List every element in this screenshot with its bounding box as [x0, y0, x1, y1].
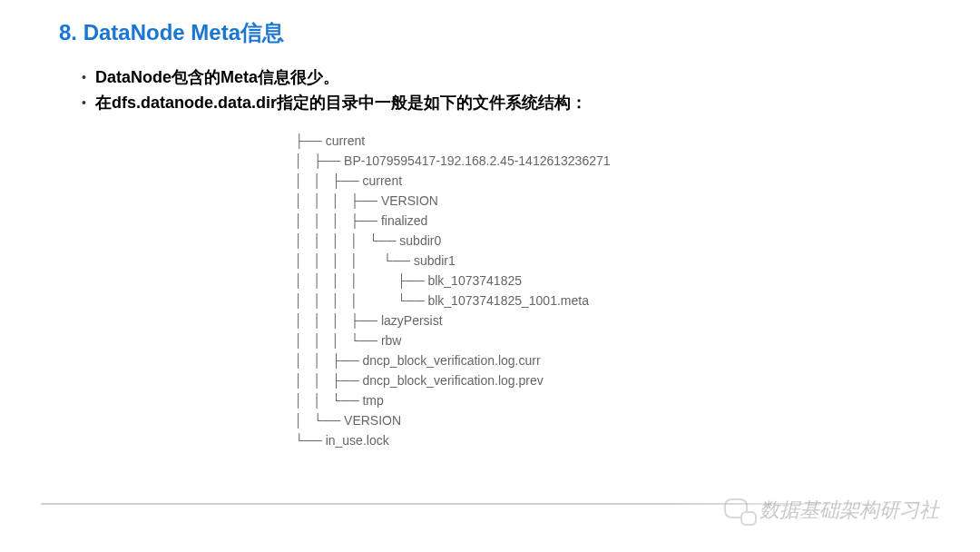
- tree-line: │ │ │ │ ├── blk_1073741825: [295, 271, 980, 291]
- slide-container: 8. DataNode Meta信息 • DataNode包含的Meta信息很少…: [0, 0, 980, 552]
- bullet-text: 在dfs.datanode.data.dir指定的目录中一般是如下的文件系统结构…: [95, 91, 587, 114]
- tree-line: │ │ │ ├── VERSION: [295, 191, 980, 211]
- tree-line: │ │ ├── dncp_block_verification.log.prev: [295, 370, 980, 390]
- bullet-text: DataNode包含的Meta信息很少。: [95, 65, 339, 89]
- tree-line: │ └── VERSION: [295, 410, 980, 430]
- bullet-item: • 在dfs.datanode.data.dir指定的目录中一般是如下的文件系统…: [82, 91, 980, 114]
- bullet-marker: •: [82, 91, 86, 114]
- tree-line: │ ├── BP-1079595417-192.168.2.45-1412613…: [295, 151, 980, 171]
- watermark-text: 数据基础架构研习社: [760, 497, 939, 524]
- tree-line: └── in_use.lock: [295, 430, 980, 450]
- bullet-item: • DataNode包含的Meta信息很少。: [82, 65, 980, 89]
- file-tree: ├── current │ ├── BP-1079595417-192.168.…: [295, 131, 980, 450]
- tree-line: ├── current: [295, 131, 980, 151]
- tree-line: │ │ │ ├── finalized: [295, 211, 980, 231]
- tree-line: │ │ │ │ └── subdir0: [295, 231, 980, 251]
- tree-line: │ │ │ ├── lazyPersist: [295, 310, 980, 330]
- tree-line: │ │ │ │ └── blk_1073741825_1001.meta: [295, 291, 980, 310]
- tree-line: │ │ └── tmp: [295, 390, 980, 410]
- chat-bubble-icon: [721, 494, 754, 527]
- slide-title: 8. DataNode Meta信息: [59, 18, 980, 47]
- tree-line: │ │ │ │ └── subdir1: [295, 251, 980, 271]
- watermark: 数据基础架构研习社: [721, 494, 939, 527]
- tree-line: │ │ ├── current: [295, 171, 980, 191]
- tree-line: │ │ ├── dncp_block_verification.log.curr: [295, 350, 980, 370]
- bullet-list: • DataNode包含的Meta信息很少。 • 在dfs.datanode.d…: [82, 65, 980, 114]
- bullet-marker: •: [82, 65, 86, 89]
- tree-line: │ │ │ └── rbw: [295, 330, 980, 350]
